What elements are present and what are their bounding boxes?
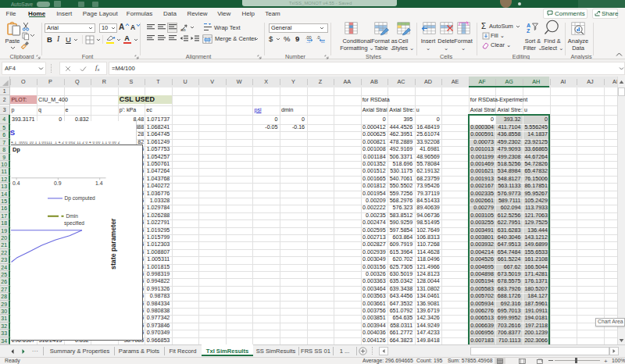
svg-text:.0: .0	[316, 35, 320, 40]
svg-text:A: A	[527, 23, 530, 28]
svg-text:ab: ab	[180, 27, 186, 32]
svg-text:00: 00	[321, 40, 325, 44]
svg-text:Z: Z	[527, 28, 530, 34]
svg-text:→0: →0	[305, 40, 311, 44]
